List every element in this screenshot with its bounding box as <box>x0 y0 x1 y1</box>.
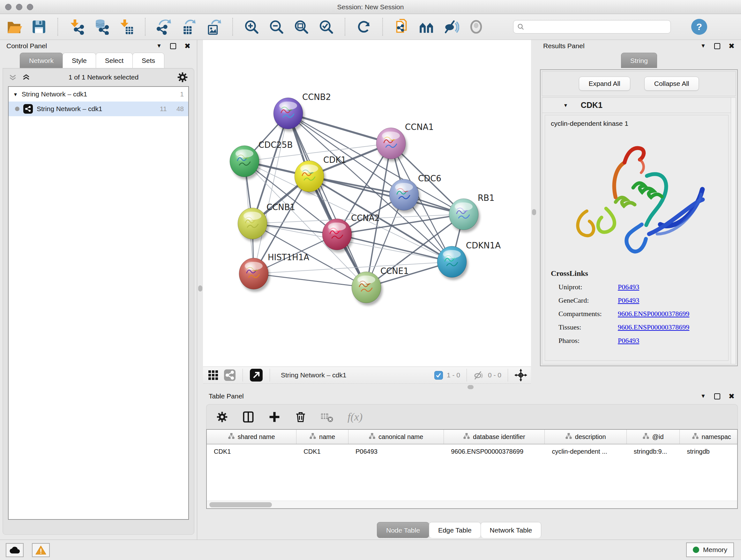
column-header-label: @id <box>652 433 664 441</box>
zoom-selected-icon[interactable] <box>318 18 334 35</box>
selected-nodes-checkbox[interactable] <box>434 371 443 380</box>
entry-expander-icon[interactable]: ▼ <box>563 103 568 108</box>
crosslink-link[interactable]: 9606.ENSP00000378699 <box>618 323 689 331</box>
collection-expander-icon[interactable]: ▼ <box>13 91 18 97</box>
close-panel-icon[interactable]: ✖ <box>729 393 735 400</box>
network-node-CDC25B[interactable]: CDC25B <box>230 140 293 179</box>
show-graphics-details-icon[interactable] <box>468 18 484 35</box>
birdseye-view-icon[interactable] <box>418 18 434 35</box>
table-cell[interactable]: CDK1 <box>296 444 348 458</box>
bottom-splitter-handle[interactable] <box>468 385 474 389</box>
delete-column-icon[interactable] <box>294 411 307 423</box>
zoom-out-icon[interactable] <box>268 18 285 35</box>
refresh-view-icon[interactable] <box>355 18 372 35</box>
minimize-panel-icon[interactable]: ▼ <box>156 43 162 49</box>
column-header--id[interactable]: @id <box>627 430 680 444</box>
column-header-shared-name[interactable]: shared name <box>207 430 296 444</box>
collection-label: String Network – cdk1 <box>22 90 87 98</box>
network-node-CDKN1A[interactable]: CDKN1A <box>437 241 501 280</box>
network-node-CCNE1[interactable]: CCNE1 <box>352 266 409 306</box>
search-input[interactable] <box>527 23 661 30</box>
help-button[interactable]: ? <box>691 19 707 35</box>
crosslink-link[interactable]: 9606.ENSP00000378699 <box>618 310 689 318</box>
table-cell[interactable]: stringdb:9... <box>627 444 680 458</box>
table-cell[interactable]: 9606.ENSP00000378699 <box>444 444 545 458</box>
close-panel-icon[interactable]: ✖ <box>185 43 191 50</box>
collapse-all-icon[interactable] <box>9 73 17 81</box>
search-field[interactable] <box>513 20 671 34</box>
column-header-description[interactable]: description <box>545 430 626 444</box>
right-splitter-handle[interactable] <box>532 209 536 215</box>
results-scrollbar[interactable] <box>731 98 736 364</box>
open-in-new-window-icon[interactable] <box>249 368 263 382</box>
node-entry-header[interactable]: ▼ CDK1 <box>542 98 736 113</box>
column-header-database-identifier[interactable]: database identifier <box>444 430 545 444</box>
table-options-gear-icon[interactable] <box>216 411 228 423</box>
import-table-icon[interactable] <box>118 18 135 35</box>
grid-view-icon[interactable] <box>207 369 219 381</box>
zoom-fit-icon[interactable] <box>293 18 310 35</box>
tab-style[interactable]: Style <box>63 53 96 68</box>
network-view-canvas[interactable]: CCNB2CCNA1CDC25BCDK1CDC6RB1CCNB1CCNA2CDK… <box>203 40 531 367</box>
warnings-button[interactable] <box>32 543 50 557</box>
node-details-scroll-area[interactable]: ▼ CDK1 cyclin-dependent kinase 1 <box>542 98 736 364</box>
memory-button[interactable]: Memory <box>686 543 734 557</box>
table-cell[interactable]: P06493 <box>348 444 444 458</box>
network-node-RB1[interactable]: RB1 <box>449 193 494 233</box>
export-image-icon[interactable] <box>205 18 222 35</box>
add-column-icon[interactable] <box>268 411 280 423</box>
zoom-window-button[interactable] <box>27 4 33 10</box>
table-horizontal-scrollbar[interactable] <box>207 501 737 508</box>
close-panel-icon[interactable]: ✖ <box>729 43 735 50</box>
minimize-panel-icon[interactable]: ▼ <box>700 393 706 399</box>
column-header-canonical-name[interactable]: canonical name <box>348 430 444 444</box>
column-header-name[interactable]: name <box>296 430 348 444</box>
crosslink-link[interactable]: P06493 <box>618 296 639 305</box>
export-table-icon[interactable] <box>181 18 197 35</box>
tab-network-table[interactable]: Network Table <box>481 522 542 538</box>
minimize-window-button[interactable] <box>16 4 22 10</box>
string-network-graph[interactable]: CCNB2CCNA1CDC25BCDK1CDC6RB1CCNB1CCNA2CDK… <box>203 40 531 367</box>
network-options-gear-icon[interactable] <box>177 71 188 83</box>
network-node-CDK1[interactable]: CDK1 <box>294 155 346 194</box>
export-network-icon[interactable] <box>156 18 172 35</box>
network-node-CCNA1[interactable]: CCNA1 <box>376 122 434 162</box>
show-columns-icon[interactable] <box>242 411 254 423</box>
import-network-from-database-icon[interactable] <box>93 18 110 35</box>
expand-all-icon[interactable] <box>22 73 30 81</box>
tab-select[interactable]: Select <box>96 53 133 68</box>
node-table[interactable]: shared namenamecanonical namedatabase id… <box>206 429 738 509</box>
close-window-button[interactable] <box>5 4 11 10</box>
tab-string-results[interactable]: String <box>621 53 657 68</box>
tab-network[interactable]: Network <box>20 53 63 68</box>
import-network-icon[interactable] <box>68 18 85 35</box>
float-panel-icon[interactable] <box>714 43 720 49</box>
network-collection-row[interactable]: ▼ String Network – cdk1 1 <box>9 87 188 102</box>
minimize-panel-icon[interactable]: ▼ <box>700 43 706 49</box>
tab-edge-table[interactable]: Edge Table <box>429 522 481 538</box>
table-cell[interactable]: CDK1 <box>207 444 296 458</box>
table-row[interactable]: CDK1CDK1P064939606.ENSP00000378699cyclin… <box>207 444 738 458</box>
clone-network-icon[interactable] <box>393 18 410 35</box>
zoom-in-icon[interactable] <box>243 18 260 35</box>
table-cell[interactable]: cyclin-dependent ... <box>545 444 626 458</box>
hide-graphics-details-icon[interactable] <box>443 18 460 35</box>
cloud-status-button[interactable] <box>6 543 23 557</box>
left-splitter-handle[interactable] <box>198 286 202 292</box>
tab-sets[interactable]: Sets <box>132 53 164 68</box>
crosslink-link[interactable]: P06493 <box>618 283 639 291</box>
expand-all-button[interactable]: Expand All <box>579 77 630 91</box>
column-header-namespac[interactable]: namespac <box>680 430 738 444</box>
float-panel-icon[interactable] <box>170 43 176 49</box>
table-scrollbar-thumb[interactable] <box>209 502 272 507</box>
share-network-icon[interactable] <box>223 369 236 381</box>
table-cell[interactable]: stringdb <box>680 444 738 458</box>
float-panel-icon[interactable] <box>714 393 720 399</box>
crosslink-link[interactable]: P06493 <box>618 336 639 345</box>
network-row-selected[interactable]: String Network – cdk1 11 48 <box>9 102 188 116</box>
tab-node-table[interactable]: Node Table <box>377 522 429 538</box>
open-session-icon[interactable] <box>6 18 22 35</box>
collapse-all-button[interactable]: Collapse All <box>644 77 699 91</box>
save-session-icon[interactable] <box>30 18 47 35</box>
navigate-network-icon[interactable] <box>515 369 527 381</box>
